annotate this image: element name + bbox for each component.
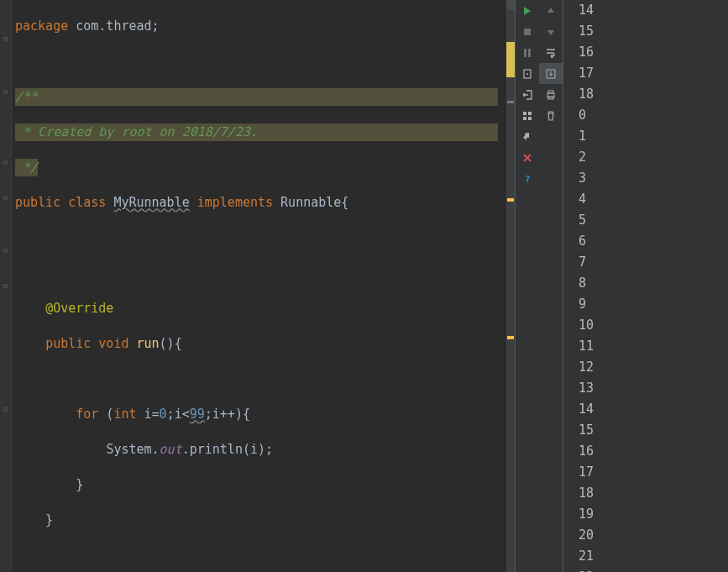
pin-button[interactable] xyxy=(516,126,563,147)
svg-rect-10 xyxy=(523,117,526,120)
svg-rect-1 xyxy=(524,49,526,57)
comment: * Created by root on 2018/7/23. xyxy=(15,124,258,139)
console-line: 18 xyxy=(579,483,728,504)
pause-button[interactable] xyxy=(516,42,539,63)
console-line: 6 xyxy=(579,231,728,252)
fold-marker[interactable]: ⊟ xyxy=(2,35,9,43)
fold-marker[interactable]: ⊟ xyxy=(2,247,9,255)
keyword: package xyxy=(15,18,68,34)
svg-rect-8 xyxy=(523,112,526,115)
warning-marker[interactable] xyxy=(507,198,514,202)
console-line: 16 xyxy=(579,42,728,63)
console-line: 20 xyxy=(579,525,728,546)
code-editor[interactable]: ⊟ ⊟ ⊟ ⊟ ⊟ ⊟ ⊟ package com.thread; /** * … xyxy=(0,0,515,572)
warning-marker[interactable] xyxy=(506,42,515,77)
run-tool-window: ? 14 15 16 17 18 0 1 2 3 4 5 6 7 8 9 10 … xyxy=(515,0,728,572)
code-content[interactable]: package com.thread; /** * Created by roo… xyxy=(13,0,515,572)
console-line: 4 xyxy=(579,189,728,210)
comment: /** xyxy=(15,89,38,104)
console-line: 12 xyxy=(579,357,728,378)
package-name: com.thread; xyxy=(68,18,159,34)
console-line: 11 xyxy=(579,336,728,357)
fold-marker[interactable]: ⊟ xyxy=(2,194,9,202)
console-line: 10 xyxy=(579,315,728,336)
console-line: 8 xyxy=(579,273,728,294)
fold-marker[interactable]: ⊟ xyxy=(2,88,9,96)
console-line: 18 xyxy=(579,84,728,105)
console-line: 14 xyxy=(579,399,728,420)
class-name: MyRunnable xyxy=(113,195,189,210)
console-line: 3 xyxy=(579,168,728,189)
svg-rect-0 xyxy=(524,29,531,35)
console-line: 0 xyxy=(579,105,728,126)
svg-text:?: ? xyxy=(525,174,531,185)
console-line: 1 xyxy=(579,126,728,147)
rerun-button[interactable] xyxy=(516,0,539,21)
console-line: 14 xyxy=(579,0,728,21)
console-line: 22 xyxy=(579,567,728,572)
up-button[interactable] xyxy=(539,0,563,21)
console-line: 15 xyxy=(579,420,728,441)
gutter: ⊟ ⊟ ⊟ ⊟ ⊟ ⊟ ⊟ xyxy=(0,0,12,572)
svg-rect-9 xyxy=(528,112,532,115)
svg-rect-11 xyxy=(528,117,532,120)
trash-button[interactable] xyxy=(539,105,563,126)
console-line: 15 xyxy=(579,21,728,42)
fold-marker[interactable]: ⊟ xyxy=(2,406,9,413)
warning-marker[interactable] xyxy=(507,336,514,339)
console-line: 7 xyxy=(579,252,728,273)
console-line: 17 xyxy=(579,462,728,483)
layout-button[interactable] xyxy=(516,105,539,126)
console-line: 9 xyxy=(579,294,728,315)
console-line: 2 xyxy=(579,147,728,168)
console-line: 5 xyxy=(579,210,728,231)
close-button[interactable] xyxy=(516,147,563,168)
comment: */ xyxy=(15,160,38,175)
console-line: 13 xyxy=(579,378,728,399)
console-line: 16 xyxy=(579,441,728,462)
svg-rect-2 xyxy=(528,49,531,57)
down-button[interactable] xyxy=(539,21,563,42)
scroll-to-end-button[interactable] xyxy=(539,63,563,84)
help-button[interactable]: ? xyxy=(516,168,563,189)
wrap-button[interactable] xyxy=(539,42,563,63)
print-button[interactable] xyxy=(539,84,563,105)
annotation: @Override xyxy=(45,301,113,316)
marker[interactable] xyxy=(507,101,514,103)
dump-button[interactable] xyxy=(516,63,539,84)
console-line: 21 xyxy=(579,546,728,567)
svg-point-4 xyxy=(526,73,528,75)
exit-button[interactable] xyxy=(516,84,539,105)
error-stripe[interactable] xyxy=(506,0,515,572)
fold-marker[interactable]: ⊟ xyxy=(2,282,9,290)
inspection-indicator[interactable] xyxy=(506,0,515,10)
stop-button[interactable] xyxy=(516,21,539,42)
fold-marker[interactable]: ⊟ xyxy=(2,159,9,166)
console-output[interactable]: 14 15 16 17 18 0 1 2 3 4 5 6 7 8 9 10 11… xyxy=(563,0,728,572)
console-line: 19 xyxy=(579,504,728,525)
console-line: 17 xyxy=(579,63,728,84)
run-toolbar: ? xyxy=(516,0,563,572)
svg-rect-6 xyxy=(548,91,553,93)
